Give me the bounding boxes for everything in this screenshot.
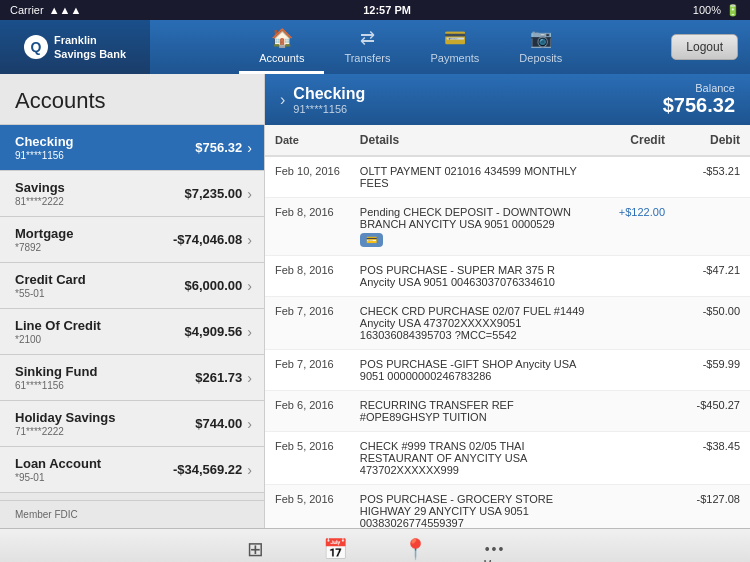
account-right: -$34,569.22 › [173, 462, 252, 478]
app-logo: Q Franklin Savings Bank [0, 20, 150, 74]
deposits-icon: 📷 [530, 27, 552, 49]
account-number: 91****1156 [15, 150, 195, 161]
account-number: *95-01 [15, 472, 173, 483]
transaction-debit: -$59.99 [675, 350, 750, 391]
status-carrier: Carrier ▲▲▲ [10, 4, 81, 16]
chevron-right-icon: › [247, 232, 252, 248]
table-row[interactable]: Feb 5, 2016 CHECK #999 TRANS 02/05 THAI … [265, 432, 750, 485]
detail-header-left: › Checking 91****1156 [280, 85, 365, 115]
account-number: *2100 [15, 334, 184, 345]
account-list: Checking 91****1156 $756.32 › Savings 81… [0, 125, 264, 500]
bottom-tab-calculator[interactable]: ⊞ Calculator [215, 529, 295, 562]
account-right: $756.32 › [195, 140, 252, 156]
transaction-details: POS PURCHASE - SUPER MAR 375 R Anycity U… [350, 256, 595, 297]
tab-payments-label: Payments [430, 52, 479, 64]
bottom-tab-calendar[interactable]: 📅 Calendar [295, 529, 375, 562]
account-item[interactable]: Line Of Credit *2100 $4,909.56 › [0, 309, 264, 355]
transaction-date: Feb 6, 2016 [265, 391, 350, 432]
table-row[interactable]: Feb 8, 2016 POS PURCHASE - SUPER MAR 375… [265, 256, 750, 297]
transaction-credit [595, 350, 675, 391]
account-right: $7,235.00 › [184, 186, 252, 202]
account-right: $6,000.00 › [184, 278, 252, 294]
account-item[interactable]: Sinking Fund 61****1156 $261.73 › [0, 355, 264, 401]
more-icon: ••• [485, 541, 506, 557]
member-fdic-label: Member FDIC [0, 500, 264, 528]
chevron-right-icon: › [247, 278, 252, 294]
transfers-icon: ⇄ [360, 27, 375, 49]
detail-title-block: Checking 91****1156 [293, 85, 365, 115]
transaction-details: CHECK CRD PURCHASE 02/07 FUEL #1449 Anyc… [350, 297, 595, 350]
table-row[interactable]: Feb 5, 2016 POS PURCHASE - GROCERY STORE… [265, 485, 750, 529]
bottom-tab-bar: ⊞ Calculator 📅 Calendar 📍 Locations ••• … [0, 528, 750, 562]
account-item[interactable]: Credit Card *55-01 $6,000.00 › [0, 263, 264, 309]
transaction-debit: -$50.00 [675, 297, 750, 350]
table-row[interactable]: Feb 7, 2016 CHECK CRD PURCHASE 02/07 FUE… [265, 297, 750, 350]
table-row[interactable]: Feb 7, 2016 POS PURCHASE -GIFT SHOP Anyc… [265, 350, 750, 391]
chevron-right-icon: › [247, 370, 252, 386]
transaction-details: POS PURCHASE - GROCERY STORE HIGHWAY 29 … [350, 485, 595, 529]
account-balance: $4,909.56 [184, 324, 242, 339]
logout-button[interactable]: Logout [671, 34, 738, 60]
bottom-tab-more[interactable]: ••• More [455, 529, 535, 562]
account-right: $261.73 › [195, 370, 252, 386]
account-name: Checking [15, 134, 195, 149]
account-item[interactable]: Loan Account *95-01 -$34,569.22 › [0, 447, 264, 493]
detail-chevron-icon: › [280, 91, 285, 109]
transaction-table: Date Details Credit Debit Feb 10, 2016 O… [265, 125, 750, 528]
account-balance: $7,235.00 [184, 186, 242, 201]
tab-deposits[interactable]: 📷 Deposits [499, 20, 582, 74]
account-item[interactable]: Mortgage *7892 -$74,046.08 › [0, 217, 264, 263]
transaction-details: POS PURCHASE -GIFT SHOP Anycity USA 9051… [350, 350, 595, 391]
transaction-table-container[interactable]: Date Details Credit Debit Feb 10, 2016 O… [265, 125, 750, 528]
col-credit: Credit [595, 125, 675, 156]
tab-transfers-label: Transfers [344, 52, 390, 64]
account-number: *7892 [15, 242, 173, 253]
tab-transfers[interactable]: ⇄ Transfers [324, 20, 410, 74]
transaction-details: RECURRING TRANSFER REF #OPE89GHSYP TUITI… [350, 391, 595, 432]
table-row[interactable]: Feb 10, 2016 OLTT PAYMENT 021016 434599 … [265, 156, 750, 198]
account-balance: $756.32 [195, 140, 242, 155]
table-row[interactable]: Feb 8, 2016 Pending CHECK DEPOSIT - DOWN… [265, 198, 750, 256]
transaction-debit: -$450.27 [675, 391, 750, 432]
locations-icon: 📍 [403, 537, 428, 561]
account-right: $4,909.56 › [184, 324, 252, 340]
transaction-date: Feb 7, 2016 [265, 297, 350, 350]
account-balance: -$74,046.08 [173, 232, 242, 247]
balance-amount: $756.32 [663, 94, 735, 117]
account-info: Line Of Credit *2100 [15, 318, 184, 345]
chevron-right-icon: › [247, 324, 252, 340]
carrier-text: Carrier [10, 4, 44, 16]
transaction-debit: -$38.45 [675, 432, 750, 485]
account-balance: -$34,569.22 [173, 462, 242, 477]
account-number: 61****1156 [15, 380, 195, 391]
transaction-credit [595, 485, 675, 529]
account-balance: $744.00 [195, 416, 242, 431]
bottom-tab-locations[interactable]: 📍 Locations [375, 529, 455, 562]
status-bar: Carrier ▲▲▲ 12:57 PM 100% 🔋 [0, 0, 750, 20]
col-debit: Debit [675, 125, 750, 156]
account-item[interactable]: Holiday Savings 71****2222 $744.00 › [0, 401, 264, 447]
accounts-icon: 🏠 [271, 27, 293, 49]
account-number: 81****2222 [15, 196, 184, 207]
transaction-debit: -$47.21 [675, 256, 750, 297]
account-info: Checking 91****1156 [15, 134, 195, 161]
status-time: 12:57 PM [363, 4, 411, 16]
status-battery: 100% 🔋 [693, 4, 740, 17]
detail-header-right: Balance $756.32 [663, 82, 735, 117]
tab-accounts[interactable]: 🏠 Accounts [239, 20, 324, 74]
transaction-date: Feb 5, 2016 [265, 432, 350, 485]
chevron-right-icon: › [247, 186, 252, 202]
transaction-date: Feb 10, 2016 [265, 156, 350, 198]
tab-payments[interactable]: 💳 Payments [410, 20, 499, 74]
account-item[interactable]: Checking 91****1156 $756.32 › [0, 125, 264, 171]
sidebar-title: Accounts [0, 74, 264, 125]
col-details: Details [350, 125, 595, 156]
account-info: Savings 81****2222 [15, 180, 184, 207]
transaction-debit: -$53.21 [675, 156, 750, 198]
transaction-debit: -$127.08 [675, 485, 750, 529]
table-row[interactable]: Feb 6, 2016 RECURRING TRANSFER REF #OPE8… [265, 391, 750, 432]
account-item[interactable]: Savings 81****2222 $7,235.00 › [0, 171, 264, 217]
col-date: Date [265, 125, 350, 156]
account-name: Sinking Fund [15, 364, 195, 379]
account-number: *55-01 [15, 288, 184, 299]
